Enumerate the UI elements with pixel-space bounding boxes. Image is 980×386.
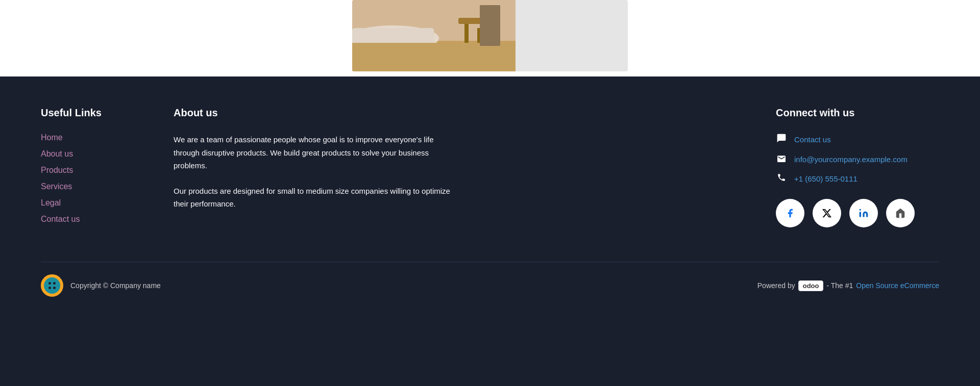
footer-main-content: Useful Links Home About us Products Serv…: [41, 107, 939, 262]
svg-rect-4: [464, 20, 469, 51]
svg-rect-0: [352, 41, 516, 71]
svg-rect-9: [376, 46, 390, 53]
svg-rect-8: [360, 46, 374, 53]
facebook-button[interactable]: [776, 199, 804, 227]
nav-link-services[interactable]: Services: [41, 182, 143, 191]
logo-dots: [48, 282, 56, 289]
linkedin-button[interactable]: [849, 199, 878, 227]
logo-dot-1: [48, 282, 51, 285]
about-us-title: About us: [174, 107, 459, 119]
contact-us-link[interactable]: Contact us: [794, 135, 831, 144]
company-logo: [41, 274, 63, 297]
top-image-area: [352, 0, 628, 71]
footer-connect-column: Connect with us Contact us info@yourcomp…: [776, 107, 939, 231]
connect-email-item: info@yourcompany.example.com: [776, 154, 939, 165]
nav-link-home[interactable]: Home: [41, 133, 143, 142]
footer-about-column: About us We are a team of passionate peo…: [174, 107, 459, 231]
top-section: [0, 0, 980, 76]
home-icon: [895, 208, 906, 219]
phone-icon: [776, 173, 787, 185]
twitter-x-icon: [822, 208, 832, 218]
svg-point-10: [860, 209, 861, 211]
phone-number: +1 (650) 555-0111: [794, 174, 857, 183]
about-paragraph-2: Our products are designed for small to m…: [174, 185, 459, 211]
nav-link-about[interactable]: About us: [41, 149, 143, 159]
home-button[interactable]: [886, 199, 915, 227]
footer: Useful Links Home About us Products Serv…: [0, 76, 980, 386]
linkedin-icon: [859, 208, 869, 218]
useful-links-title: Useful Links: [41, 107, 143, 119]
odoo-badge: odoo: [798, 280, 824, 291]
logo-dot-4: [53, 287, 56, 289]
room-svg: [352, 0, 516, 71]
footer-bottom-right: Powered by odoo - The #1 Open Source eCo…: [757, 280, 939, 291]
logo-dot-3: [48, 287, 51, 289]
company-logo-inner: [44, 277, 60, 294]
email-link[interactable]: info@yourcompany.example.com: [794, 155, 908, 164]
svg-rect-7: [357, 43, 393, 61]
twitter-button[interactable]: [813, 199, 841, 227]
connect-title: Connect with us: [776, 107, 939, 119]
powered-by-suffix: - The #1: [826, 281, 853, 290]
svg-rect-3: [352, 28, 434, 43]
about-paragraph-1: We are a team of passionate people whose…: [174, 133, 459, 172]
social-buttons-group: [776, 199, 939, 227]
facebook-icon: [785, 208, 795, 218]
svg-rect-6: [458, 18, 486, 24]
powered-by-prefix: Powered by: [757, 281, 795, 290]
footer-useful-links-column: Useful Links Home About us Products Serv…: [41, 107, 143, 231]
connect-contact-item: Contact us: [776, 133, 939, 146]
nav-link-products[interactable]: Products: [41, 166, 143, 175]
room-image: [352, 0, 516, 71]
svg-rect-5: [477, 28, 481, 51]
ecommerce-link[interactable]: Open Source eCommerce: [856, 281, 939, 290]
chat-icon: [776, 133, 787, 146]
nav-link-legal[interactable]: Legal: [41, 198, 143, 208]
logo-dot-2: [53, 282, 56, 285]
connect-phone-item: +1 (650) 555-0111: [776, 173, 939, 185]
copyright-text: Copyright © Company name: [70, 281, 161, 290]
footer-bottom-bar: Copyright © Company name Powered by odoo…: [41, 262, 939, 309]
footer-bottom-left: Copyright © Company name: [41, 274, 161, 297]
nav-link-contact[interactable]: Contact us: [41, 215, 143, 224]
envelope-icon: [776, 154, 787, 165]
gray-decorative-box: [516, 0, 628, 71]
